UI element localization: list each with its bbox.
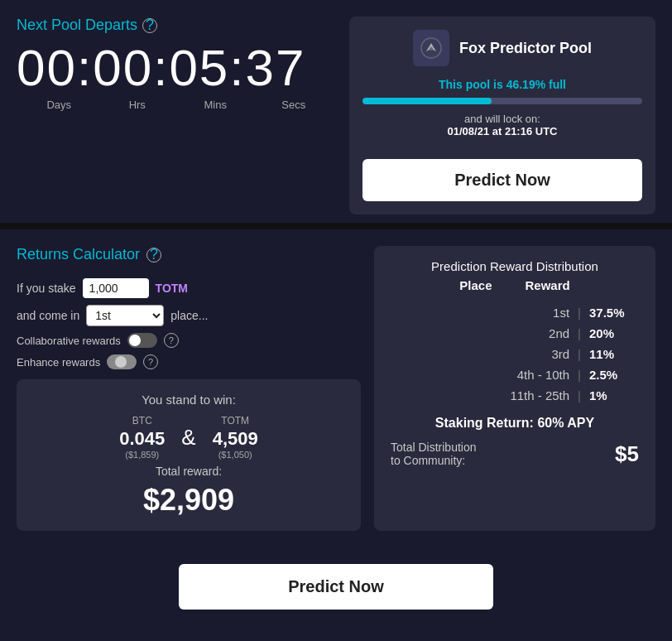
- fox-header: Fox Predictor Pool: [362, 30, 642, 66]
- dist-bar-5: |: [578, 388, 581, 402]
- pool-progress-section: This pool is 46.19% full and will lock o…: [362, 78, 642, 137]
- dist-row-5: 11th - 25th | 1%: [391, 388, 639, 402]
- place-select[interactable]: 1st 2nd 3rd 4th-10th 11th-25th: [86, 305, 164, 326]
- total-reward-amount: $2,909: [30, 483, 348, 518]
- dist-header: Place Reward: [391, 278, 639, 296]
- collaborative-toggle-row: Collaborative rewards ?: [17, 333, 361, 348]
- if-you-stake-label: If you stake: [17, 282, 76, 295]
- total-dist-label-1: Total Distribution: [391, 441, 477, 454]
- dist-place-5: 11th - 25th: [495, 388, 569, 402]
- dist-header-place: Place: [459, 278, 492, 292]
- countdown-labels: Days Hrs Mins Secs: [20, 99, 333, 111]
- pool-full-prefix: This pool is: [439, 78, 506, 91]
- and-come-in-label: and come in: [17, 309, 79, 322]
- returns-calculator-panel: Returns Calculator ? If you stake TOTM a…: [17, 246, 361, 531]
- countdown-display: 00:00:05:37: [17, 42, 333, 94]
- total-dist-amount: $5: [615, 441, 639, 467]
- hrs-label: Hrs: [98, 99, 177, 111]
- you-stand-label: You stand to win:: [30, 393, 348, 407]
- progress-bar-container: [362, 98, 642, 104]
- dist-place-3: 3rd: [495, 347, 569, 361]
- staking-return: Staking Return: 60% APY: [391, 416, 639, 431]
- total-dist-label-2: to Community:: [391, 454, 477, 467]
- enhance-toggle-row: Enhance rewards ?: [17, 354, 361, 369]
- totm-win-item: TOTM 4,509 ($1,050): [213, 415, 258, 460]
- next-pool-help-icon[interactable]: ?: [142, 18, 157, 33]
- total-reward-label: Total reward:: [30, 465, 348, 478]
- predict-now-button-top[interactable]: Predict Now: [362, 159, 642, 201]
- pool-full-text: This pool is 46.19% full: [362, 78, 642, 91]
- dist-place-4: 4th - 10th: [495, 368, 569, 382]
- ampersand-symbol: &: [181, 425, 195, 451]
- dist-reward-3: 11%: [589, 347, 639, 361]
- svg-point-1: [430, 47, 433, 51]
- dist-row-1: 1st | 37.5%: [391, 306, 639, 320]
- dist-place-2: 2nd: [495, 326, 569, 340]
- totm-usd: ($1,050): [218, 450, 252, 460]
- progress-bar-fill: [362, 98, 492, 104]
- returns-calculator-label: Returns Calculator: [17, 246, 140, 263]
- lock-date: 01/08/21 at 21:16 UTC: [362, 125, 642, 137]
- collaborative-toggle[interactable]: [127, 333, 157, 348]
- stake-input-row: If you stake TOTM: [17, 278, 361, 298]
- btc-usd: ($1,859): [125, 450, 159, 460]
- collaborative-label: Collaborative rewards: [17, 335, 121, 347]
- btc-win-item: BTC 0.045 ($1,859): [119, 415, 165, 460]
- totm-label-stake: TOTM: [156, 282, 188, 295]
- winnings-box: You stand to win: BTC 0.045 ($1,859) & T…: [17, 379, 361, 531]
- btc-currency-label: BTC: [132, 415, 152, 427]
- dist-bar-3: |: [578, 347, 581, 361]
- dist-reward-2: 20%: [589, 326, 639, 340]
- pool-full-percent: 46.19% full: [506, 78, 566, 91]
- predict-now-button-bottom[interactable]: Predict Now: [179, 564, 493, 610]
- fox-icon: [413, 30, 449, 66]
- dist-row-2: 2nd | 20%: [391, 326, 639, 340]
- dist-reward-5: 1%: [589, 388, 639, 402]
- collaborative-toggle-knob: [129, 335, 141, 346]
- enhance-toggle[interactable]: [107, 354, 137, 369]
- enhance-label: Enhance rewards: [17, 356, 100, 369]
- place-input-row: and come in 1st 2nd 3rd 4th-10th 11th-25…: [17, 305, 361, 326]
- reward-distribution-panel: Prediction Reward Distribution Place Rew…: [374, 246, 655, 531]
- enhance-toggle-knob: [115, 356, 127, 368]
- dist-header-reward: Reward: [526, 278, 570, 292]
- dist-bar-1: |: [578, 306, 581, 320]
- days-label: Days: [20, 99, 98, 111]
- totm-amount: 4,509: [213, 428, 258, 450]
- bottom-predict-section: Predict Now: [0, 547, 672, 626]
- enhance-help-icon[interactable]: ?: [143, 354, 158, 369]
- btc-amount: 0.045: [119, 428, 165, 450]
- dist-row-4: 4th - 10th | 2.5%: [391, 368, 639, 382]
- dist-reward-1: 37.5%: [589, 306, 639, 320]
- winnings-row: BTC 0.045 ($1,859) & TOTM 4,509 ($1,050): [30, 415, 348, 460]
- countdown-panel: Next Pool Departs ? 00:00:05:37 Days Hrs…: [17, 17, 349, 214]
- next-pool-title-row: Next Pool Departs ?: [17, 17, 333, 34]
- lock-prefix: and will lock on:: [362, 113, 642, 125]
- lock-on-text: and will lock on: 01/08/21 at 21:16 UTC: [362, 113, 642, 137]
- section-divider: [0, 223, 672, 229]
- mins-label: Mins: [176, 99, 255, 111]
- total-dist-row: Total Distribution to Community: $5: [391, 441, 639, 467]
- dist-title: Prediction Reward Distribution: [391, 259, 639, 273]
- returns-calculator-title-row: Returns Calculator ?: [17, 246, 361, 263]
- returns-calculator-help-icon[interactable]: ?: [146, 248, 161, 263]
- dist-place-1: 1st: [495, 306, 569, 320]
- stake-input[interactable]: [83, 278, 149, 298]
- next-pool-label: Next Pool Departs: [17, 17, 137, 34]
- totm-currency-label: TOTM: [221, 415, 249, 427]
- total-dist-labels: Total Distribution to Community:: [391, 441, 477, 467]
- collaborative-help-icon[interactable]: ?: [164, 333, 179, 348]
- dist-bar-4: |: [578, 368, 581, 382]
- fox-pool-title: Fox Predictor Pool: [459, 40, 592, 57]
- dist-reward-4: 2.5%: [589, 368, 639, 382]
- place-suffix-label: place...: [170, 309, 208, 322]
- dist-row-3: 3rd | 11%: [391, 347, 639, 361]
- secs-label: Secs: [255, 99, 334, 111]
- fox-pool-panel: Fox Predictor Pool This pool is 46.19% f…: [349, 17, 655, 214]
- dist-bar-2: |: [578, 326, 581, 340]
